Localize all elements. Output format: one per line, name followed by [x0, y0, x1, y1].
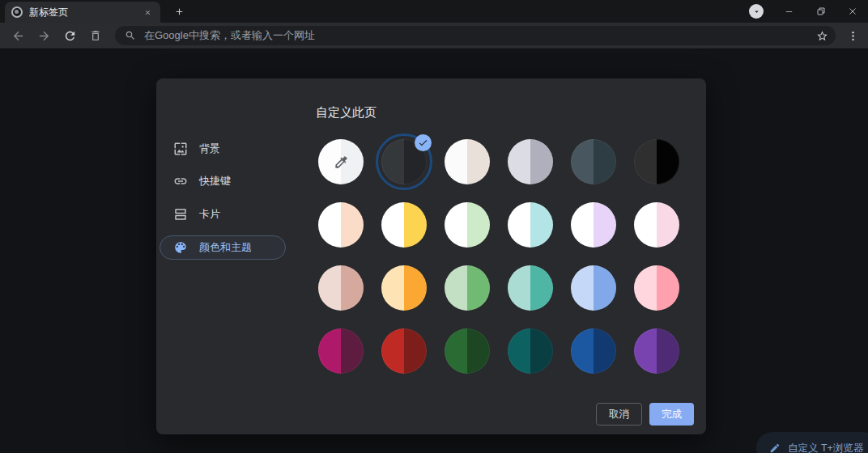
- theme-swatch[interactable]: [634, 328, 679, 374]
- customize-page-label: 自定义 T+浏览器: [788, 442, 863, 453]
- customize-dialog: 自定义此页 背景 快捷键 卡片 颜色和主题 取消 完成: [156, 78, 706, 434]
- profile-menu-button[interactable]: [739, 0, 773, 23]
- window-controls: [739, 0, 868, 23]
- custom-color-picker-swatch[interactable]: [318, 139, 364, 184]
- theme-swatch[interactable]: [381, 328, 427, 374]
- restore-button[interactable]: [805, 0, 836, 23]
- link-icon: [173, 174, 188, 188]
- theme-swatch-grid: [318, 139, 679, 374]
- theme-swatch[interactable]: [634, 265, 679, 311]
- theme-swatch[interactable]: [634, 139, 679, 184]
- browser-tab[interactable]: 新标签页: [5, 2, 160, 23]
- palette-icon: [173, 240, 188, 255]
- browser-menu-icon[interactable]: [842, 25, 863, 46]
- done-button[interactable]: 完成: [649, 403, 694, 425]
- tab-strip: 新标签页: [0, 0, 868, 23]
- cancel-button[interactable]: 取消: [596, 403, 642, 425]
- omnibox[interactable]: 在Google中搜索，或者输入一个网址: [115, 26, 836, 45]
- omnibox-placeholder: 在Google中搜索，或者输入一个网址: [144, 28, 805, 43]
- sidebar-item-label: 颜色和主题: [199, 240, 252, 255]
- pencil-icon: [769, 442, 781, 453]
- tab-close-icon[interactable]: [141, 6, 154, 19]
- theme-swatch[interactable]: [571, 139, 616, 184]
- theme-swatch[interactable]: [571, 328, 616, 374]
- sidebar-item-cards[interactable]: 卡片: [160, 202, 286, 226]
- theme-swatch[interactable]: [381, 202, 427, 248]
- bookmark-star-icon[interactable]: [813, 27, 831, 44]
- customize-page-button[interactable]: 自定义 T+浏览器: [756, 432, 868, 453]
- sidebar-item-shortcuts[interactable]: 快捷键: [160, 169, 286, 193]
- theme-swatch[interactable]: [508, 202, 553, 248]
- back-button[interactable]: [6, 24, 29, 47]
- theme-swatch[interactable]: [445, 139, 490, 184]
- theme-swatch[interactable]: [381, 265, 427, 311]
- theme-swatch[interactable]: [445, 328, 490, 374]
- browser-toolbar: 在Google中搜索，或者输入一个网址: [0, 23, 868, 49]
- theme-swatch[interactable]: [381, 139, 427, 184]
- sidebar-item-label: 卡片: [199, 207, 220, 222]
- theme-swatch[interactable]: [318, 328, 364, 374]
- sidebar-item-background[interactable]: 背景: [160, 137, 286, 161]
- cards-icon: [173, 207, 188, 222]
- reload-button[interactable]: [58, 24, 81, 47]
- theme-swatch[interactable]: [634, 202, 679, 248]
- forward-button[interactable]: [32, 24, 55, 47]
- sidebar-item-label: 背景: [199, 142, 220, 156]
- browser-logo-icon: [11, 6, 23, 18]
- theme-swatch[interactable]: [445, 202, 490, 248]
- sidebar-item-label: 快捷键: [199, 174, 231, 188]
- theme-swatch[interactable]: [508, 265, 553, 311]
- trash-button[interactable]: [84, 24, 107, 47]
- theme-swatch[interactable]: [508, 139, 553, 184]
- search-icon: [125, 30, 136, 41]
- dialog-title: 自定义此页: [316, 105, 377, 121]
- minimize-button[interactable]: [773, 0, 805, 23]
- theme-swatch[interactable]: [571, 202, 616, 248]
- wallpaper-icon: [173, 142, 188, 156]
- tab-title: 新标签页: [29, 6, 134, 19]
- selected-check-icon: [415, 134, 432, 151]
- theme-swatch[interactable]: [318, 202, 364, 248]
- theme-swatch[interactable]: [508, 328, 553, 374]
- new-tab-button[interactable]: [172, 4, 186, 19]
- theme-swatch[interactable]: [445, 265, 490, 311]
- dialog-footer: 取消 完成: [596, 403, 694, 425]
- sidebar-item-colors-theme[interactable]: 颜色和主题: [160, 235, 286, 260]
- theme-swatch[interactable]: [318, 265, 364, 311]
- close-window-button[interactable]: [836, 0, 868, 23]
- theme-swatch[interactable]: [571, 265, 616, 311]
- chevron-down-icon: [749, 4, 764, 19]
